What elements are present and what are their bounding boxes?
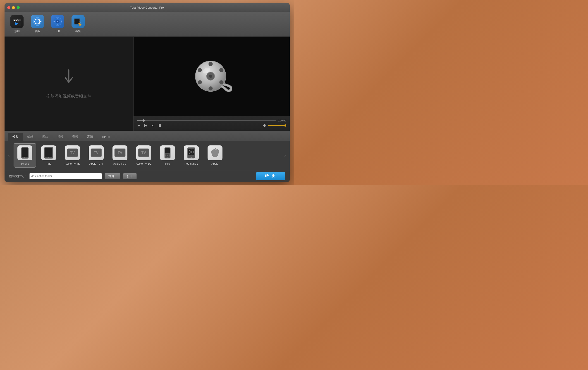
tools-icon bbox=[51, 15, 64, 28]
svg-rect-41 bbox=[154, 124, 154, 127]
svg-rect-21 bbox=[74, 23, 74, 24]
svg-rect-22 bbox=[79, 20, 80, 20]
device-ipod[interactable]: iPod bbox=[156, 143, 179, 168]
window-title: Total Video Converter Pro bbox=[130, 6, 164, 9]
toolbar-add[interactable]: 添加 bbox=[9, 15, 25, 33]
stop-button[interactable] bbox=[158, 124, 162, 127]
appletv4-label: Apple TV 4 bbox=[89, 162, 103, 165]
svg-marker-38 bbox=[138, 124, 140, 127]
svg-rect-46 bbox=[22, 148, 28, 157]
appletv4k-icon: TV bbox=[65, 145, 80, 160]
svg-marker-42 bbox=[152, 124, 153, 127]
browse-button[interactable]: 浏览... bbox=[105, 173, 121, 179]
device-grid: ‹ iPhone bbox=[5, 141, 290, 170]
svg-marker-40 bbox=[145, 124, 147, 127]
svg-text:TV: TV bbox=[117, 151, 122, 155]
svg-rect-23 bbox=[79, 21, 80, 22]
device-iphone[interactable]: iPhone bbox=[14, 143, 36, 168]
device-appletv4[interactable]: TV Apple TV 4 bbox=[85, 143, 107, 168]
ipodnano-icon bbox=[184, 145, 199, 160]
nav-prev-arrow[interactable]: ‹ bbox=[6, 152, 12, 159]
preview-panel: 0:00:00 bbox=[134, 37, 290, 131]
tab-video[interactable]: 视频 bbox=[53, 133, 68, 141]
appletv3-label: Apple TV 3 bbox=[113, 162, 126, 165]
svg-rect-61 bbox=[165, 148, 170, 153]
svg-point-34 bbox=[209, 86, 212, 91]
open-button[interactable]: 打开 bbox=[123, 173, 137, 179]
devices-list: iPhone iPad TV bbox=[12, 143, 282, 168]
device-ipodnano[interactable]: iPod nano 7 bbox=[180, 143, 203, 168]
tools-label: 工具 bbox=[55, 29, 60, 33]
output-row: 输出文件夹： 浏览... 打开 转 换 bbox=[5, 170, 290, 182]
tab-hd[interactable]: 高清 bbox=[83, 133, 97, 141]
tab-edit[interactable]: 编辑 bbox=[23, 133, 38, 141]
add-label: 添加 bbox=[14, 29, 20, 33]
svg-rect-39 bbox=[144, 124, 145, 127]
tab-hdtv[interactable]: HDTV bbox=[97, 134, 115, 141]
tab-devices[interactable]: 设备 bbox=[8, 133, 23, 141]
edit-label: 编辑 bbox=[75, 29, 81, 33]
tab-audio[interactable]: 音频 bbox=[68, 133, 83, 141]
svg-text:TV: TV bbox=[94, 151, 98, 155]
next-button[interactable] bbox=[151, 124, 155, 127]
main-content: 拖放添加视频或音频文件 bbox=[5, 37, 290, 131]
appletv4k-label: Apple TV 4K bbox=[65, 162, 80, 165]
svg-rect-43 bbox=[159, 124, 161, 127]
maximize-button[interactable] bbox=[17, 6, 20, 9]
ipod-label: iPod bbox=[165, 162, 170, 165]
svg-point-14 bbox=[54, 21, 55, 22]
svg-text:TV: TV bbox=[141, 151, 146, 155]
svg-rect-50 bbox=[45, 148, 52, 157]
svg-point-31 bbox=[209, 62, 212, 66]
svg-point-47 bbox=[24, 157, 25, 158]
toolbar-edit[interactable]: 编辑 bbox=[70, 15, 86, 33]
minimize-button[interactable] bbox=[12, 6, 15, 9]
svg-point-12 bbox=[57, 18, 58, 19]
close-button[interactable] bbox=[7, 6, 10, 9]
apple-icon bbox=[208, 145, 222, 160]
iphone-label: iPhone bbox=[21, 162, 29, 165]
toolbar-convert[interactable]: 转换 bbox=[29, 15, 45, 33]
drop-text: 拖放添加视频或音频文件 bbox=[46, 93, 91, 99]
progress-bar-row: 0:00:00 bbox=[137, 119, 286, 122]
svg-point-63 bbox=[167, 155, 168, 156]
apple-label: Apple bbox=[211, 162, 218, 165]
toolbar: 添加 转换 bbox=[5, 12, 290, 37]
device-appletv12[interactable]: TV Apple TV 1/2 bbox=[132, 143, 155, 168]
appletv3-icon: TV bbox=[113, 145, 127, 160]
main-window: Total Video Converter Pro 添加 bbox=[5, 3, 290, 182]
svg-text:TV: TV bbox=[70, 151, 75, 155]
ipad-label: iPad bbox=[46, 162, 51, 165]
device-appletv4k[interactable]: TV Apple TV 4K bbox=[61, 143, 84, 168]
appletv12-label: Apple TV 1/2 bbox=[136, 162, 151, 165]
iphone-icon bbox=[17, 145, 32, 160]
ipodnano-label: iPod nano 7 bbox=[184, 162, 198, 165]
tabs-bar: 设备 编辑 网络 视频 音频 高清 HDTV bbox=[5, 131, 290, 141]
nav-next-arrow[interactable]: › bbox=[282, 152, 289, 159]
add-icon bbox=[10, 15, 23, 28]
tab-network[interactable]: 网络 bbox=[38, 133, 53, 141]
toolbar-tools[interactable]: 工具 bbox=[50, 15, 66, 33]
drop-zone[interactable]: 拖放添加视频或音频文件 bbox=[5, 37, 134, 131]
output-folder-input[interactable] bbox=[29, 173, 102, 179]
svg-point-68 bbox=[190, 151, 192, 153]
volume-slider[interactable] bbox=[268, 125, 286, 126]
film-reel-graphic bbox=[189, 54, 234, 99]
svg-point-66 bbox=[190, 157, 192, 158]
volume-icon[interactable] bbox=[262, 124, 266, 127]
svg-point-30 bbox=[209, 75, 212, 78]
time-display: 0:00:00 bbox=[278, 119, 286, 122]
video-controls: 0:00:00 bbox=[134, 116, 290, 131]
output-folder-label: 输出文件夹： bbox=[9, 174, 27, 178]
convert-button[interactable]: 转 换 bbox=[256, 172, 285, 180]
device-ipad[interactable]: iPad bbox=[37, 143, 60, 168]
drop-arrow-icon bbox=[61, 69, 77, 90]
progress-bar[interactable] bbox=[137, 120, 276, 121]
play-button[interactable] bbox=[137, 124, 141, 127]
device-appletv3[interactable]: TV Apple TV 3 bbox=[109, 143, 131, 168]
svg-marker-44 bbox=[263, 124, 265, 127]
svg-point-32 bbox=[219, 68, 223, 72]
controls-buttons-row bbox=[137, 124, 286, 127]
device-apple[interactable]: Apple bbox=[204, 143, 226, 168]
prev-button[interactable] bbox=[144, 124, 147, 127]
